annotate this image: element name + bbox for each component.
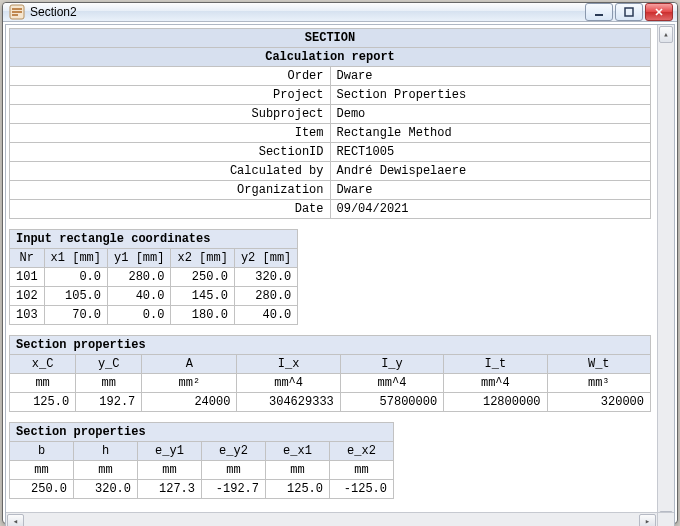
unit-cell: mm^4 [340, 374, 443, 393]
cell: 105.0 [44, 287, 107, 306]
document-viewport: SECTION Calculation report OrderDware Pr… [6, 25, 657, 526]
meta-label: Date [10, 200, 331, 219]
meta-value: Dware [330, 67, 651, 86]
table-row: 103 70.0 0.0 180.0 40.0 [10, 306, 298, 325]
col-header: y1 [mm] [108, 249, 171, 268]
meta-value: André Dewispelaere [330, 162, 651, 181]
cell: 320.0 [74, 480, 138, 499]
unit-cell: mm [202, 461, 266, 480]
col-header: I_t [444, 355, 547, 374]
col-header: y_C [76, 355, 142, 374]
meta-label: Calculated by [10, 162, 331, 181]
table-row: 125.0 192.7 24000 304629333 57800000 128… [10, 393, 651, 412]
report-heading: SECTION [10, 29, 651, 48]
meta-value: Rectangle Method [330, 124, 651, 143]
svg-rect-4 [595, 14, 603, 16]
cell: -192.7 [202, 480, 266, 499]
vertical-scrollbar[interactable]: ▴ ▾ [657, 25, 674, 526]
col-header: x_C [10, 355, 76, 374]
cell: 24000 [142, 393, 237, 412]
cell: 145.0 [171, 287, 234, 306]
scroll-up-button[interactable]: ▴ [659, 26, 673, 43]
col-header: W_t [547, 355, 650, 374]
titlebar[interactable]: Section2 [3, 3, 677, 22]
svg-rect-2 [12, 11, 22, 13]
col-header: e_y1 [138, 442, 202, 461]
cell: 192.7 [76, 393, 142, 412]
cell: 40.0 [108, 287, 171, 306]
col-header: I_x [237, 355, 340, 374]
unit-cell: mm [10, 374, 76, 393]
meta-value: Section Properties [330, 86, 651, 105]
props-caption: Section properties [10, 336, 651, 355]
scroll-track[interactable] [25, 513, 638, 526]
unit-cell: mm^4 [444, 374, 547, 393]
cell: 70.0 [44, 306, 107, 325]
col-header: x2 [mm] [171, 249, 234, 268]
meta-label: SectionID [10, 143, 331, 162]
col-header: I_y [340, 355, 443, 374]
unit-cell: mm [10, 461, 74, 480]
minimize-button[interactable] [585, 3, 613, 21]
cell: 250.0 [10, 480, 74, 499]
cell: 102 [10, 287, 45, 306]
cell: -125.0 [330, 480, 394, 499]
cell: 101 [10, 268, 45, 287]
unit-cell: mm [76, 374, 142, 393]
meta-value: Demo [330, 105, 651, 124]
cell: 12800000 [444, 393, 547, 412]
report-header-table: SECTION Calculation report OrderDware Pr… [9, 28, 651, 219]
table-row: 102 105.0 40.0 145.0 280.0 [10, 287, 298, 306]
meta-label: Order [10, 67, 331, 86]
scroll-corner [657, 512, 674, 526]
col-header: y2 [mm] [234, 249, 297, 268]
input-coords-table: Input rectangle coordinates Nr x1 [mm] y… [9, 229, 298, 325]
cell: 280.0 [234, 287, 297, 306]
meta-value: 09/04/2021 [330, 200, 651, 219]
client-area: SECTION Calculation report OrderDware Pr… [5, 24, 675, 526]
cell: 0.0 [44, 268, 107, 287]
maximize-button[interactable] [615, 3, 643, 21]
unit-cell: mm^4 [237, 374, 340, 393]
cell: 280.0 [108, 268, 171, 287]
unit-cell: mm³ [547, 374, 650, 393]
cell: 57800000 [340, 393, 443, 412]
svg-rect-1 [12, 8, 22, 10]
meta-label: Organization [10, 181, 331, 200]
svg-rect-5 [625, 8, 633, 16]
table-row: 101 0.0 280.0 250.0 320.0 [10, 268, 298, 287]
meta-value: Dware [330, 181, 651, 200]
unit-cell: mm² [142, 374, 237, 393]
scroll-track[interactable] [658, 44, 674, 510]
svg-rect-3 [12, 14, 18, 16]
props-caption: Section properties [10, 423, 394, 442]
col-header: e_x2 [330, 442, 394, 461]
cell: 125.0 [10, 393, 76, 412]
input-caption: Input rectangle coordinates [10, 230, 298, 249]
cell: 125.0 [266, 480, 330, 499]
col-header: b [10, 442, 74, 461]
meta-label: Subproject [10, 105, 331, 124]
cell: 103 [10, 306, 45, 325]
report-content: SECTION Calculation report OrderDware Pr… [6, 25, 657, 526]
scroll-right-button[interactable]: ▸ [639, 514, 656, 526]
meta-value: RECT1005 [330, 143, 651, 162]
horizontal-scrollbar[interactable]: ◂ ▸ [6, 512, 657, 526]
col-header: x1 [mm] [44, 249, 107, 268]
report-subheading: Calculation report [10, 48, 651, 67]
unit-cell: mm [138, 461, 202, 480]
col-header: A [142, 355, 237, 374]
window-buttons [585, 3, 673, 21]
table-row: 250.0 320.0 127.3 -192.7 125.0 -125.0 [10, 480, 394, 499]
scroll-left-button[interactable]: ◂ [7, 514, 24, 526]
unit-cell: mm [266, 461, 330, 480]
cell: 320.0 [234, 268, 297, 287]
cell: 250.0 [171, 268, 234, 287]
window-title: Section2 [30, 5, 585, 19]
section-props-table-2: Section properties b h e_y1 e_y2 e_x1 e_… [9, 422, 394, 499]
meta-label: Item [10, 124, 331, 143]
col-header: e_y2 [202, 442, 266, 461]
section-props-table-1: Section properties x_C y_C A I_x I_y I_t… [9, 335, 651, 412]
close-button[interactable] [645, 3, 673, 21]
unit-cell: mm [330, 461, 394, 480]
